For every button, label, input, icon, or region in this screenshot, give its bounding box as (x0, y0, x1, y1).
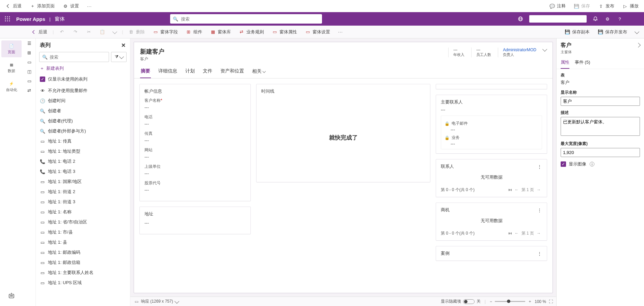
data-rail-icon[interactable]: ◫ (27, 69, 32, 74)
field-parent-val[interactable]: --- (144, 171, 246, 176)
zoom-slider[interactable] (495, 301, 525, 302)
rules-rail-icon[interactable]: ⇄ (27, 88, 32, 93)
search-input[interactable] (181, 17, 319, 22)
tree-view-icon[interactable]: ☰ (27, 40, 32, 46)
column-item[interactable]: 📞地址 1: 电话 2 (36, 156, 130, 166)
cmd-paste-chevron[interactable] (110, 29, 119, 35)
more-icon[interactable]: ⋮ (537, 208, 542, 213)
columns-search-input[interactable] (50, 55, 106, 60)
copilot-icon[interactable] (7, 292, 16, 300)
column-item[interactable]: ▭地址 1: 市/县 (36, 227, 130, 237)
prev-page-icon[interactable]: ← (515, 231, 519, 236)
column-item[interactable]: 🔍创建者(外部参与方) (36, 126, 130, 136)
library-rail-icon[interactable]: ▭ (27, 78, 32, 84)
props-display-input[interactable] (561, 97, 640, 106)
column-item[interactable]: ▭地址 1: 地址类型 (36, 146, 130, 156)
cmd-back[interactable]: 后退 (28, 28, 50, 36)
tab-assets[interactable]: 资产和位置 (220, 66, 245, 78)
account-avatar[interactable] (626, 13, 641, 24)
hidden-toggle[interactable] (463, 299, 475, 304)
tab-summary[interactable]: 摘要 (140, 66, 151, 78)
column-item[interactable]: ▭地址 1: 名称 (36, 207, 130, 217)
cmd-delete[interactable]: 🗑删除 (126, 28, 147, 36)
address-val[interactable]: --- (144, 220, 246, 226)
timeline-section[interactable]: 时间线 就快完成了 (256, 84, 430, 182)
cmd-form-lib[interactable]: ▦窗体库 (208, 28, 234, 36)
column-item[interactable]: 📞地址 1: 电话 3 (36, 166, 130, 177)
more-icon[interactable]: ⋮ (537, 251, 542, 256)
form-canvas[interactable]: 新建客户 客户 ---年收入 ---员工人数 AdministratorMOD负… (134, 42, 553, 293)
fields-rail-icon[interactable]: ▭ (27, 59, 32, 65)
rail-data[interactable]: ▦数据 (1, 59, 22, 76)
columns-list[interactable]: 👁不允许使用批量邮件🕒创建时间🔍创建者🔍创建者(代理)🔍创建者(外部参与方)▭地… (36, 86, 130, 306)
cmd-undo[interactable]: ↶ (56, 28, 67, 36)
address-section[interactable]: 地址 --- (139, 207, 251, 234)
back-button[interactable]: 后退 (3, 2, 24, 10)
cmd-form-settings[interactable]: ▭窗体设置 (302, 28, 333, 36)
first-page-icon[interactable]: ⏮ (508, 187, 512, 192)
column-item[interactable]: ▭地址 1: 邮政信箱 (36, 257, 130, 268)
chevron-right-icon[interactable] (636, 42, 641, 47)
column-item[interactable]: ▭地址 1: 邮政编码 (36, 247, 130, 257)
cmd-form-props[interactable]: ▭窗体属性 (269, 28, 300, 36)
cmd-save-publish[interactable]: 💾保存并发布 (595, 28, 630, 36)
field-fax-val[interactable]: --- (144, 138, 246, 143)
global-search[interactable]: 🔍 (170, 14, 322, 24)
tab-related[interactable]: 相关 (251, 66, 266, 78)
column-item[interactable]: ▭地址 1: 县 (36, 237, 130, 247)
play-button[interactable]: ▷播放 (620, 2, 641, 10)
field-web-val[interactable]: --- (144, 154, 246, 160)
status-responsive[interactable]: 响应 (1269 x 757) (141, 299, 173, 304)
cases-subgrid[interactable]: 案例⋮ (436, 246, 547, 261)
cmd-cut[interactable]: ✂ (83, 28, 94, 36)
props-desc-input[interactable] (561, 117, 640, 136)
more-icon[interactable]: ⋮ (537, 164, 542, 169)
cmd-overflow[interactable]: ··· (336, 28, 346, 36)
zoom-in[interactable]: ＋ (528, 299, 532, 304)
next-page-icon[interactable]: → (537, 231, 541, 236)
fit-icon[interactable]: ⛶ (549, 299, 553, 304)
columns-filter[interactable]: ⧩ (111, 52, 127, 62)
contacts-subgrid[interactable]: 联系人⋮ 无可用数据 第 0 - 0 个(共 0 个)⏮←第 1 页→ (436, 159, 547, 197)
field-name-val[interactable]: --- (144, 105, 246, 110)
add-page-button[interactable]: ＋添加页面 (27, 2, 57, 10)
only-unused-check[interactable]: ✓仅显示未使用的表列 (36, 75, 130, 86)
contact-val[interactable]: --- (441, 107, 542, 112)
new-column-button[interactable]: ＋新建表列 (36, 62, 130, 75)
placeholder-card[interactable] (436, 84, 547, 89)
environment-badge[interactable] (529, 15, 587, 23)
info-icon[interactable]: i (590, 162, 594, 166)
cmd-form-fields[interactable]: ▭窗体字段 (150, 28, 181, 36)
close-icon[interactable]: ✕ (120, 42, 126, 48)
next-page-icon[interactable]: → (537, 187, 541, 192)
rail-pages[interactable]: 📄页面 (1, 40, 22, 57)
field-phone-val[interactable]: --- (144, 121, 246, 127)
responsive-icon[interactable]: ▭ (134, 299, 139, 304)
column-item[interactable]: 👁不允许使用批量邮件 (36, 86, 130, 96)
tab-plan[interactable]: 计划 (185, 66, 195, 78)
more-button[interactable]: ··· (84, 2, 95, 10)
cmd-redo[interactable]: ↷ (70, 28, 81, 36)
chevron-down-icon[interactable] (175, 299, 179, 303)
primary-contact-card[interactable]: 主要联系人 --- 🔒电子邮件 --- 🔒业务 --- (436, 95, 547, 154)
components-rail-icon[interactable]: ⊞ (27, 50, 32, 55)
prev-page-icon[interactable]: ← (515, 187, 519, 192)
settings-icon[interactable]: ⚙ (602, 13, 613, 24)
hdr-owner-val[interactable]: AdministratorMOD (503, 48, 536, 52)
save-button[interactable]: 💾保存 (571, 2, 593, 10)
props-tab-attributes[interactable]: 属性 (561, 57, 569, 69)
column-item[interactable]: 🔍创建者 (36, 106, 130, 116)
props-tab-events[interactable]: 事件 (5) (575, 57, 590, 69)
column-item[interactable]: ▭地址 1: 主要联系人姓名 (36, 268, 130, 278)
opps-subgrid[interactable]: 商机⋮ 无可用数据 第 0 - 0 个(共 0 个)⏮←第 1 页→ (436, 203, 547, 241)
column-item[interactable]: 🕒创建时间 (36, 96, 130, 106)
zoom-out[interactable]: − (490, 299, 492, 304)
annotate-button[interactable]: 💬注释 (547, 2, 568, 10)
account-info-section[interactable]: 帐户信息 客户名称*--- 电话--- 传真--- 网站--- 上级单位--- … (139, 84, 251, 201)
column-item[interactable]: ▭地址 1: 传真 (36, 136, 130, 146)
cmd-save-publish-chevron[interactable] (633, 29, 641, 35)
props-maxw-input[interactable] (561, 148, 640, 157)
notifications-icon[interactable] (590, 13, 601, 24)
first-page-icon[interactable]: ⏮ (508, 231, 512, 236)
column-item[interactable]: ▭地址 1: 街道 2 (36, 187, 130, 197)
